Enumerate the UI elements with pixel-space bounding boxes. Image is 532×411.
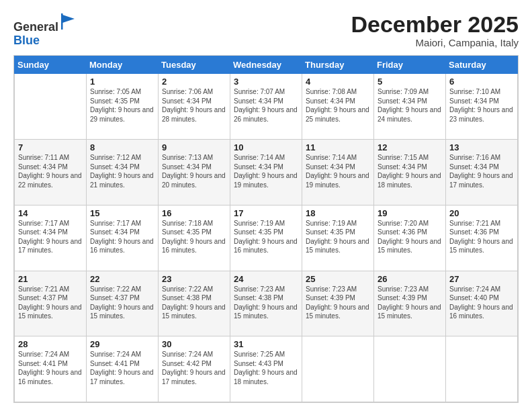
calendar-cell: 18Sunrise: 7:19 AMSunset: 4:35 PMDayligh… [302, 205, 374, 271]
day-number: 12 [378, 142, 442, 152]
day-number: 27 [449, 274, 514, 284]
day-number: 22 [90, 274, 154, 284]
calendar-cell: 5Sunrise: 7:09 AMSunset: 4:34 PMDaylight… [374, 74, 446, 140]
header: General Blue December 2025 Maiori, Campa… [13, 12, 519, 48]
calendar-cell: 24Sunrise: 7:23 AMSunset: 4:38 PMDayligh… [230, 271, 302, 336]
day-info: Sunrise: 7:15 AMSunset: 4:34 PMDaylight:… [378, 153, 442, 189]
day-info: Sunrise: 7:09 AMSunset: 4:34 PMDaylight:… [378, 87, 442, 124]
day-number: 4 [306, 77, 370, 87]
svg-rect-1 [61, 13, 63, 30]
day-info: Sunrise: 7:23 AMSunset: 4:39 PMDaylight:… [378, 285, 442, 321]
day-number: 29 [90, 339, 154, 349]
calendar-cell [374, 336, 446, 402]
calendar-row: 28Sunrise: 7:24 AMSunset: 4:41 PMDayligh… [15, 336, 518, 402]
day-info: Sunrise: 7:24 AMSunset: 4:41 PMDaylight:… [90, 350, 154, 386]
logo-general: General [13, 20, 58, 34]
day-number: 6 [449, 77, 514, 87]
calendar-row: 1Sunrise: 7:05 AMSunset: 4:35 PMDaylight… [15, 74, 518, 140]
calendar-cell: 14Sunrise: 7:17 AMSunset: 4:34 PMDayligh… [15, 205, 87, 271]
day-number: 13 [449, 142, 514, 152]
day-number: 14 [18, 208, 83, 218]
day-info: Sunrise: 7:16 AMSunset: 4:34 PMDaylight:… [449, 153, 514, 189]
weekday-wednesday: Wednesday [230, 56, 302, 74]
calendar-cell: 16Sunrise: 7:18 AMSunset: 4:35 PMDayligh… [159, 205, 230, 271]
calendar-cell: 23Sunrise: 7:22 AMSunset: 4:38 PMDayligh… [159, 271, 230, 336]
day-number: 28 [18, 339, 83, 349]
day-info: Sunrise: 7:19 AMSunset: 4:35 PMDaylight:… [234, 219, 298, 255]
calendar-cell [446, 336, 518, 402]
calendar-cell: 26Sunrise: 7:23 AMSunset: 4:39 PMDayligh… [374, 271, 446, 336]
weekday-sunday: Sunday [15, 56, 87, 74]
weekday-friday: Friday [374, 56, 446, 74]
calendar-cell: 12Sunrise: 7:15 AMSunset: 4:34 PMDayligh… [374, 140, 446, 205]
day-info: Sunrise: 7:23 AMSunset: 4:38 PMDaylight:… [234, 285, 298, 321]
calendar-cell: 4Sunrise: 7:08 AMSunset: 4:34 PMDaylight… [302, 74, 374, 140]
svg-marker-0 [62, 15, 75, 23]
day-number: 23 [162, 274, 226, 284]
day-info: Sunrise: 7:07 AMSunset: 4:34 PMDaylight:… [234, 87, 298, 124]
day-number: 20 [449, 208, 514, 218]
page: General Blue December 2025 Maiori, Campa… [0, 0, 532, 411]
calendar-cell: 28Sunrise: 7:24 AMSunset: 4:41 PMDayligh… [15, 336, 87, 402]
title-block: December 2025 Maiori, Campania, Italy [351, 12, 519, 48]
calendar-cell: 2Sunrise: 7:06 AMSunset: 4:34 PMDaylight… [159, 74, 230, 140]
day-number: 26 [378, 274, 442, 284]
weekday-tuesday: Tuesday [159, 56, 230, 74]
calendar-cell: 20Sunrise: 7:21 AMSunset: 4:36 PMDayligh… [446, 205, 518, 271]
day-info: Sunrise: 7:17 AMSunset: 4:34 PMDaylight:… [18, 219, 83, 255]
day-number: 31 [234, 339, 298, 349]
calendar-row: 7Sunrise: 7:11 AMSunset: 4:34 PMDaylight… [15, 140, 518, 205]
day-number: 2 [162, 77, 226, 87]
day-number: 11 [306, 142, 370, 152]
day-number: 30 [162, 339, 226, 349]
day-info: Sunrise: 7:05 AMSunset: 4:35 PMDaylight:… [90, 87, 154, 124]
day-info: Sunrise: 7:22 AMSunset: 4:38 PMDaylight:… [162, 285, 226, 321]
day-number: 24 [234, 274, 298, 284]
calendar-cell: 29Sunrise: 7:24 AMSunset: 4:41 PMDayligh… [87, 336, 159, 402]
calendar-cell: 19Sunrise: 7:20 AMSunset: 4:36 PMDayligh… [374, 205, 446, 271]
day-info: Sunrise: 7:11 AMSunset: 4:34 PMDaylight:… [18, 153, 83, 189]
weekday-monday: Monday [87, 56, 159, 74]
location: Maiori, Campania, Italy [351, 37, 519, 48]
day-info: Sunrise: 7:22 AMSunset: 4:37 PMDaylight:… [90, 285, 154, 321]
calendar-row: 14Sunrise: 7:17 AMSunset: 4:34 PMDayligh… [15, 205, 518, 271]
calendar-cell: 22Sunrise: 7:22 AMSunset: 4:37 PMDayligh… [87, 271, 159, 336]
day-info: Sunrise: 7:23 AMSunset: 4:39 PMDaylight:… [306, 285, 370, 321]
weekday-header: SundayMondayTuesdayWednesdayThursdayFrid… [15, 56, 518, 74]
day-number: 21 [18, 274, 83, 284]
calendar-cell [302, 336, 374, 402]
calendar-cell: 10Sunrise: 7:14 AMSunset: 4:34 PMDayligh… [230, 140, 302, 205]
logo: General Blue [13, 12, 79, 48]
day-info: Sunrise: 7:13 AMSunset: 4:34 PMDaylight:… [162, 153, 226, 189]
calendar-cell: 11Sunrise: 7:14 AMSunset: 4:34 PMDayligh… [302, 140, 374, 205]
calendar-cell: 17Sunrise: 7:19 AMSunset: 4:35 PMDayligh… [230, 205, 302, 271]
calendar-cell [15, 74, 87, 140]
day-info: Sunrise: 7:14 AMSunset: 4:34 PMDaylight:… [306, 153, 370, 189]
calendar-cell: 13Sunrise: 7:16 AMSunset: 4:34 PMDayligh… [446, 140, 518, 205]
day-info: Sunrise: 7:24 AMSunset: 4:41 PMDaylight:… [18, 350, 83, 386]
logo-blue: Blue [13, 34, 40, 47]
calendar-cell: 31Sunrise: 7:25 AMSunset: 4:43 PMDayligh… [230, 336, 302, 402]
day-info: Sunrise: 7:21 AMSunset: 4:37 PMDaylight:… [18, 285, 83, 321]
calendar-cell: 9Sunrise: 7:13 AMSunset: 4:34 PMDaylight… [159, 140, 230, 205]
calendar-cell: 7Sunrise: 7:11 AMSunset: 4:34 PMDaylight… [15, 140, 87, 205]
day-info: Sunrise: 7:17 AMSunset: 4:34 PMDaylight:… [90, 219, 154, 255]
day-info: Sunrise: 7:24 AMSunset: 4:40 PMDaylight:… [449, 285, 514, 321]
day-number: 17 [234, 208, 298, 218]
day-number: 18 [306, 208, 370, 218]
calendar-cell: 21Sunrise: 7:21 AMSunset: 4:37 PMDayligh… [15, 271, 87, 336]
weekday-saturday: Saturday [446, 56, 518, 74]
month-title: December 2025 [351, 12, 519, 37]
day-number: 9 [162, 142, 226, 152]
day-number: 19 [378, 208, 442, 218]
logo-flag-icon [60, 12, 79, 31]
day-number: 16 [162, 208, 226, 218]
day-info: Sunrise: 7:24 AMSunset: 4:42 PMDaylight:… [162, 350, 226, 386]
day-number: 1 [90, 77, 154, 87]
calendar-cell: 6Sunrise: 7:10 AMSunset: 4:34 PMDaylight… [446, 74, 518, 140]
day-number: 3 [234, 77, 298, 87]
calendar-cell: 8Sunrise: 7:12 AMSunset: 4:34 PMDaylight… [87, 140, 159, 205]
calendar-row: 21Sunrise: 7:21 AMSunset: 4:37 PMDayligh… [15, 271, 518, 336]
day-info: Sunrise: 7:08 AMSunset: 4:34 PMDaylight:… [306, 87, 370, 124]
day-number: 15 [90, 208, 154, 218]
